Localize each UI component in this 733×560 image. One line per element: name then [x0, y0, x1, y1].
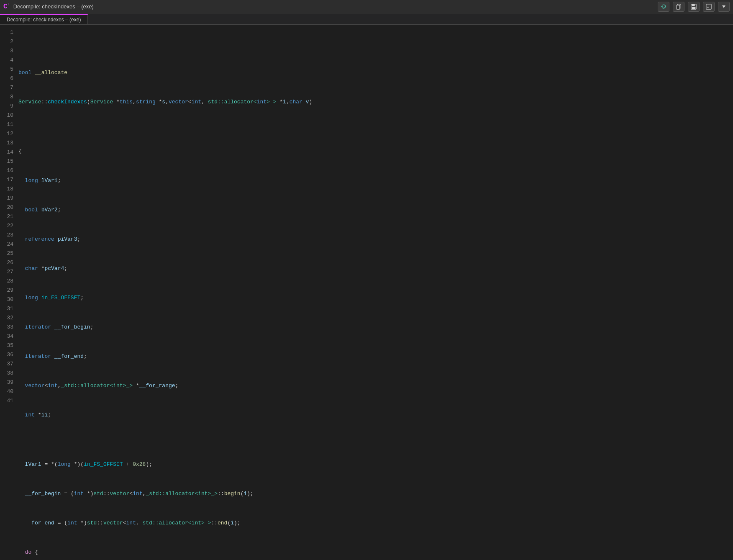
ln-15: 15 [0, 157, 17, 166]
ln-17: 17 [0, 175, 17, 185]
ln-7: 7 [0, 83, 17, 92]
ln-34: 34 [0, 332, 17, 341]
app-icon: C♯ [3, 2, 10, 10]
code-line-11: iterator __for_begin; [18, 323, 730, 332]
type-service-param: Service [90, 99, 113, 105]
title-bar-controls: ≡ [658, 2, 730, 12]
ln-5: 5 [0, 65, 17, 74]
ln-38: 38 [0, 369, 17, 378]
ln-4: 4 [0, 56, 17, 65]
ln-11: 11 [0, 120, 17, 129]
ln-1: 1 [0, 28, 17, 37]
copy-button[interactable] [673, 2, 684, 12]
kw-string: string [136, 99, 156, 105]
ln-32: 32 [0, 313, 17, 323]
dropdown-button[interactable] [718, 2, 730, 12]
fn-checkindexes: checkIndexes [48, 99, 87, 105]
ln-10: 10 [0, 111, 17, 120]
code-line-3: Service::checkIndexes(Service *this,stri… [18, 98, 730, 107]
code-line-12: iterator __for_end; [18, 352, 730, 361]
fn-allocate: __allocate [35, 69, 67, 76]
ln-13: 13 [0, 139, 17, 148]
title-bar-left: C♯ Decompile: checkIndexes – (exe) [3, 2, 94, 10]
ln-3: 3 [0, 46, 17, 56]
code-line-8: reference piVar3; [18, 235, 730, 244]
ln-41: 41 [0, 396, 17, 406]
ln-14: 14 [0, 148, 17, 157]
refresh-button[interactable] [658, 2, 669, 12]
ln-33: 33 [0, 323, 17, 332]
ln-28: 28 [0, 277, 17, 286]
ln-40: 40 [0, 387, 17, 396]
ln-26: 26 [0, 258, 17, 267]
ln-20: 20 [0, 203, 17, 212]
ln-2: 2 [0, 37, 17, 46]
var-i: i [283, 99, 286, 105]
svg-rect-3 [692, 4, 695, 5]
code-content: bool __allocate Service::checkIndexes(Se… [17, 25, 733, 558]
kw-vector: vector [169, 99, 188, 105]
ln-21: 21 [0, 212, 17, 221]
ln-6: 6 [0, 74, 17, 83]
code-line-19: do { [18, 548, 730, 557]
ln-19: 19 [0, 194, 17, 203]
tab-bar: Decompile: checkIndexes – (exe) [0, 13, 733, 25]
ln-35: 35 [0, 341, 17, 350]
ln-9: 9 [0, 102, 17, 111]
kw-bool: bool [18, 69, 31, 76]
ln-22: 22 [0, 221, 17, 231]
ln-12: 12 [0, 129, 17, 139]
kw-int-vec: int [192, 99, 201, 105]
ln-29: 29 [0, 286, 17, 295]
var-s: s [162, 99, 165, 105]
ln-24: 24 [0, 240, 17, 249]
code-line-13: vector<int,_std::allocator<int>_> *__for… [18, 381, 730, 390]
svg-rect-1 [677, 5, 680, 9]
export-button[interactable]: ≡ [703, 2, 715, 12]
ln-39: 39 [0, 378, 17, 387]
ln-31: 31 [0, 304, 17, 313]
code-line-17: __for_begin = (int *)std::vector<int,_st… [18, 489, 730, 498]
window-title: Decompile: checkIndexes – (exe) [13, 3, 94, 10]
ln-8: 8 [0, 92, 17, 102]
code-line-6: long lVar1; [18, 176, 730, 185]
code-container: 1 2 3 4 5 6 7 8 9 10 11 12 13 14 15 16 1… [0, 25, 733, 558]
code-line-9: char *pcVar4; [18, 264, 730, 273]
ln-16: 16 [0, 166, 17, 175]
ln-27: 27 [0, 267, 17, 277]
ln-25: 25 [0, 249, 17, 258]
code-line-10: long in_FS_OFFSET; [18, 293, 730, 303]
kw-char-param: char [290, 99, 302, 105]
ln-23: 23 [0, 231, 17, 240]
class-service: Service [18, 99, 41, 105]
kw-this: this [120, 99, 133, 105]
save-button[interactable] [688, 2, 700, 12]
line-numbers: 1 2 3 4 5 6 7 8 9 10 11 12 13 14 15 16 1… [0, 25, 17, 558]
ln-18: 18 [0, 185, 17, 194]
ln-37: 37 [0, 360, 17, 369]
code-line-18: __for_end = (int *)std::vector<int,_std:… [18, 519, 730, 528]
code-line-7: bool bVar2; [18, 206, 730, 215]
svg-rect-4 [692, 7, 696, 9]
code-line-14: int *ii; [18, 411, 730, 420]
ln-36: 36 [0, 350, 17, 360]
code-line-16: lVar1 = *(long *)(in_FS_OFFSET + 0x28); [18, 460, 730, 469]
var-v: v [306, 99, 309, 105]
ln-30: 30 [0, 295, 17, 304]
code-line-2: bool __allocate [18, 68, 730, 77]
svg-marker-7 [722, 5, 725, 8]
title-bar: C♯ Decompile: checkIndexes – (exe) [0, 0, 733, 13]
code-line-5: { [18, 147, 730, 156]
svg-text:≡: ≡ [707, 5, 709, 9]
decompile-tab[interactable]: Decompile: checkIndexes – (exe) [0, 14, 88, 24]
